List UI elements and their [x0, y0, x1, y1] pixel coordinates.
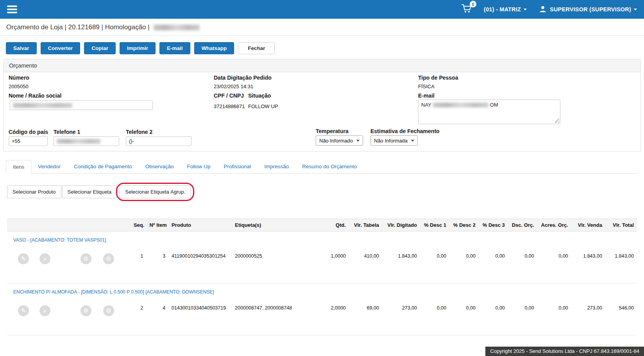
selecionar-etiqueta-agrup-button[interactable]: Selecionar Etiqueta Agrup.: [120, 185, 191, 198]
cpf-cnpj-label: CPF / CNPJ: [214, 93, 245, 99]
cell-dsc-orc: 0,00: [508, 297, 537, 335]
group-header-row: VASO - [ACABAMENTO: TOTEM VASPS01]: [7, 231, 637, 246]
cell-qtd: 2,0000: [322, 297, 349, 335]
selecionar-etiqueta-button[interactable]: Selecionar Etiqueta: [62, 185, 117, 198]
top-navbar: 0 (01) - MATRIZ SUPERVISOR (SUPERVISOR): [0, 0, 644, 19]
item-group-settings-button[interactable]: ⚙: [103, 305, 114, 316]
col-dsc-orc: Dsc. Orç.: [508, 219, 537, 231]
tab-resumo-orcamento[interactable]: Resumo do Orçamento: [295, 160, 363, 173]
col-qtd: Qtd.: [322, 219, 349, 231]
redacted-customer-name: [154, 25, 200, 30]
cell-desc3: 0,00: [479, 245, 508, 283]
selecionar-produto-button[interactable]: Selecionar Produto: [7, 185, 61, 198]
delete-item-button[interactable]: ×: [39, 253, 50, 264]
cell-n-item: 3: [146, 245, 168, 283]
page-title-bar: Orçamento de Loja | 20.121689 | Homologa…: [0, 19, 644, 36]
gear-icon: ⚙: [83, 307, 88, 314]
col-vlr-digitado: Vlr. Digitado: [382, 219, 420, 231]
cart-icon: [462, 8, 472, 14]
salvar-button[interactable]: Salvar: [6, 42, 37, 54]
cell-desc2: 0,00: [449, 245, 479, 283]
tab-bar: Itens Vendedor Condição de Pagamento Obs…: [6, 160, 638, 174]
copiar-button[interactable]: Copiar: [84, 42, 116, 54]
tab-itens[interactable]: Itens: [6, 160, 31, 174]
situacao-value: FOLLOW UP: [248, 103, 278, 109]
cell-dsc-orc: 0,00: [508, 245, 537, 283]
estimativa-value: Não Informada: [374, 138, 408, 144]
numero-label: Número: [9, 75, 29, 81]
temperatura-value: Não Informado: [319, 138, 353, 144]
cart-button[interactable]: 0: [462, 4, 472, 15]
cell-qtd: 1,0000: [322, 245, 349, 283]
email-label: E-mail: [418, 93, 435, 99]
imprimir-button[interactable]: Imprimir: [120, 42, 156, 54]
chevron-down-icon: [634, 9, 637, 11]
cell-desc2: 0,00: [449, 297, 479, 335]
telefone1-input[interactable]: [54, 136, 119, 146]
temperatura-select[interactable]: Não Informado: [316, 135, 363, 146]
tab-observacao[interactable]: Observação: [139, 160, 181, 173]
codigo-pais-label: Código do país: [9, 129, 48, 135]
delete-item-button[interactable]: ×: [39, 305, 50, 316]
codigo-pais-input[interactable]: [9, 136, 48, 146]
orcamento-panel: Orçamento Número 2005050 Data Digitação …: [3, 59, 641, 151]
item-group-settings-button[interactable]: ⚙: [103, 253, 114, 264]
edit-item-button[interactable]: ✎: [18, 305, 29, 316]
tipo-pessoa-label: Tipo de Pessoa: [418, 75, 458, 81]
converter-button[interactable]: Converter: [41, 42, 80, 54]
cell-desc3: 0,00: [479, 297, 508, 335]
fechar-button[interactable]: Fechar: [238, 42, 275, 54]
whatsapp-button[interactable]: Whatsapp: [194, 42, 234, 54]
telefone1-label: Telefone 1: [54, 129, 80, 135]
edit-item-button[interactable]: ✎: [18, 253, 29, 264]
cpf-cnpj-value: 37214886871: [214, 103, 245, 109]
data-digitacao-label: Data Digitação Pedido: [214, 75, 272, 81]
col-desc2: % Desc 2: [449, 219, 479, 231]
cell-vlr-digitado: 1.843,00: [382, 245, 420, 283]
email-button[interactable]: E-mail: [159, 42, 190, 54]
redacted-email: [433, 103, 488, 107]
item-settings-button[interactable]: ⚙: [80, 253, 91, 264]
resize-handle[interactable]: [555, 119, 559, 123]
tab-condicao-pagamento[interactable]: Condição de Pagamento: [67, 160, 139, 173]
hamburger-menu-icon[interactable]: [7, 4, 17, 15]
cell-desc1: 0,00: [420, 297, 449, 335]
cell-n-item: 4: [146, 297, 168, 335]
user-icon: [538, 5, 547, 14]
email-value-suffix: OM: [490, 102, 498, 108]
telefone2-label: Telefone 2: [126, 129, 152, 135]
estimativa-fechamento-select[interactable]: Não Informada: [370, 135, 418, 146]
cell-vlr-venda: 273,00: [571, 297, 605, 335]
cell-vlr-tabela: 410,00: [349, 245, 382, 283]
tab-impressao[interactable]: Impressão: [258, 160, 295, 173]
col-etiquetas: Etiqueta(s): [232, 219, 322, 231]
gears-icon: ⚙: [106, 255, 111, 262]
cell-produto: 01430010334040503719: [168, 297, 232, 335]
cell-acres-orc: 0,00: [537, 245, 571, 283]
footer: Copyright 2025 - Send Solutions Ltda - C…: [0, 347, 644, 356]
chevron-down-icon: [356, 140, 360, 142]
user-dropdown[interactable]: SUPERVISOR (SUPERVISOR): [538, 5, 637, 14]
temperatura-label: Temperatura: [316, 128, 349, 134]
telefone2-input[interactable]: [126, 136, 191, 146]
branch-dropdown[interactable]: (01) - MATRIZ: [484, 6, 527, 12]
data-digitacao-value: 23/02/2025 14:31: [214, 84, 272, 89]
table-header-row: Seq. Nº Item Produto Etiqueta(s) Qtd. Vl…: [7, 219, 637, 231]
group-title: ENCHIMENTO P/ ALMOFADA - [DIMENSÃO: L 0.…: [7, 283, 637, 297]
cell-acres-orc: 0,00: [537, 297, 571, 335]
cell-seq: 1: [131, 245, 147, 283]
cell-produto: 41190010294035301254: [168, 245, 232, 283]
tab-follow-up[interactable]: Follow Up: [181, 160, 217, 173]
table-row: ✎ × ⚙ ⚙ 1 3 41190010294035301254 2000000…: [7, 245, 637, 283]
item-settings-button[interactable]: ⚙: [80, 305, 91, 316]
tab-profissional[interactable]: Profissional: [217, 160, 258, 173]
col-actions: [7, 219, 131, 231]
email-textarea[interactable]: NAY OM: [418, 100, 560, 124]
cell-vlr-digitado: 273,00: [382, 297, 420, 335]
nome-razao-input[interactable]: [10, 100, 153, 110]
pencil-icon: ✎: [21, 307, 26, 314]
col-desc3: % Desc 3: [479, 219, 508, 231]
col-vlr-venda: Vlr. Venda: [571, 219, 605, 231]
tab-vendedor[interactable]: Vendedor: [31, 160, 67, 173]
chevron-down-icon: [524, 9, 527, 11]
